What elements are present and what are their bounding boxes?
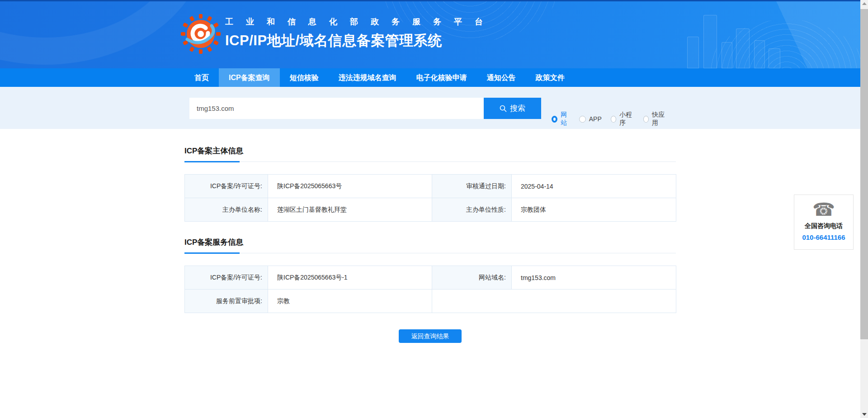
- nav-item-illegal-domain-query[interactable]: 违法违规域名查询: [329, 68, 406, 87]
- subject-section-title: ICP备案主体信息: [184, 146, 243, 156]
- table-row: 服务前置审批项: 宗教: [185, 290, 676, 313]
- site-header: 工业和信息化部政务服务平台 ICP/IP地址/域名信息备案管理系统: [0, 1, 860, 68]
- nav-item-notices[interactable]: 通知公告: [477, 68, 526, 87]
- main-nav: 首页 ICP备案查询 短信核验 违法违规域名查询 电子化核验申请 通知公告 政策…: [0, 68, 860, 87]
- field-label: 服务前置审批项:: [185, 290, 268, 313]
- field-label: ICP备案/许可证号:: [185, 175, 268, 198]
- header-decoration-swoosh: [0, 1, 208, 65]
- search-icon: [500, 105, 507, 112]
- search-type-radio-group: 网站 APP 小程序 快应用: [552, 111, 676, 127]
- page-title: ICP/IP地址/域名信息备案管理系统: [225, 31, 676, 50]
- nav-item-home[interactable]: 首页: [184, 68, 219, 87]
- telephone-icon: ☎: [794, 200, 853, 218]
- radio-app[interactable]: APP: [579, 115, 602, 123]
- platform-name: 工业和信息化部政务服务平台: [225, 16, 676, 27]
- field-value: 宗教: [268, 290, 432, 313]
- field-value: 莲湖区土门基督教礼拜堂: [268, 198, 432, 222]
- radio-website[interactable]: 网站: [552, 111, 570, 127]
- radio-dot-icon: [643, 116, 649, 123]
- contact-phone-number: 010-66411166: [794, 233, 853, 241]
- radio-mini-program[interactable]: 小程序: [611, 111, 634, 127]
- contact-label: 全国咨询电话: [794, 222, 853, 230]
- table-row: ICP备案/许可证号: 陕ICP备2025065663号-1 网站域名: tmg…: [185, 266, 676, 290]
- scrollbar-thumb[interactable]: [860, 9, 868, 339]
- field-label: 主办单位名称:: [185, 198, 268, 222]
- field-value: 陕ICP备2025065663号-1: [268, 266, 432, 290]
- radio-dot-icon: [611, 116, 616, 123]
- empty-cell: [432, 290, 676, 313]
- field-value: 宗教团体: [512, 198, 676, 222]
- scrollbar-down-arrow-icon[interactable]: [862, 413, 867, 416]
- contact-card: ☎ 全国咨询电话 010-66411166: [794, 195, 854, 250]
- radio-quick-app[interactable]: 快应用: [643, 111, 667, 127]
- search-button-label: 搜索: [510, 103, 525, 114]
- field-value: 2025-04-14: [512, 175, 676, 198]
- service-section-head: ICP备案服务信息: [184, 237, 676, 253]
- field-value: 陕ICP备2025065663号: [268, 175, 432, 198]
- scrollbar-up-arrow-icon[interactable]: [862, 2, 867, 5]
- nav-item-electronic-verify[interactable]: 电子化核验申请: [406, 68, 477, 87]
- main-content: ICP备案主体信息 ICP备案/许可证号: 陕ICP备2025065663号 审…: [184, 146, 676, 343]
- gear-e-logo-icon: [180, 13, 222, 55]
- field-label: ICP备案/许可证号:: [185, 266, 268, 290]
- search-button[interactable]: 搜索: [484, 98, 541, 119]
- back-to-results-button[interactable]: 返回查询结果: [399, 329, 462, 343]
- search-section: 搜索 网站 APP 小程序 快应用: [0, 87, 860, 129]
- radio-dot-icon: [552, 116, 557, 123]
- field-label: 网站域名:: [432, 266, 512, 290]
- nav-item-icp-query[interactable]: ICP备案查询: [219, 68, 280, 87]
- header-decoration-buildings: [678, 6, 796, 68]
- table-row: 主办单位名称: 莲湖区土门基督教礼拜堂 主办单位性质: 宗教团体: [185, 198, 676, 222]
- field-label: 主办单位性质:: [432, 198, 512, 222]
- search-input[interactable]: [189, 98, 484, 119]
- vertical-scrollbar[interactable]: [860, 0, 868, 418]
- service-info-table: ICP备案/许可证号: 陕ICP备2025065663号-1 网站域名: tmg…: [184, 266, 676, 313]
- subject-section-head: ICP备案主体信息: [184, 146, 676, 162]
- nav-item-policy-files[interactable]: 政策文件: [526, 68, 575, 87]
- field-label: 审核通过日期:: [432, 175, 512, 198]
- page: 工业和信息化部政务服务平台 ICP/IP地址/域名信息备案管理系统 首页 ICP…: [0, 0, 860, 418]
- nav-item-sms-verify[interactable]: 短信核验: [280, 68, 329, 87]
- service-section-title: ICP备案服务信息: [184, 237, 243, 247]
- table-row: ICP备案/许可证号: 陕ICP备2025065663号 审核通过日期: 202…: [185, 175, 676, 198]
- field-value: tmg153.com: [512, 266, 676, 290]
- radio-dot-icon: [579, 116, 586, 123]
- subject-info-table: ICP备案/许可证号: 陕ICP备2025065663号 审核通过日期: 202…: [184, 174, 676, 222]
